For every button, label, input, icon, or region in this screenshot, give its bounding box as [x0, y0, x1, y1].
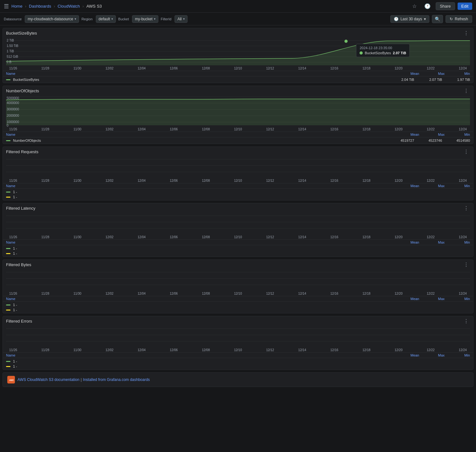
panel-menu-button[interactable]: ⋮: [462, 318, 470, 324]
panel-menu-button[interactable]: ⋮: [462, 205, 470, 211]
legend-name: 1 -: [13, 252, 470, 255]
svg-text:AWS: AWS: [9, 379, 14, 381]
legend-max: 4523746: [417, 139, 442, 142]
panel-menu-button[interactable]: ⋮: [462, 30, 470, 36]
number-objects-chart: 5000000 4000000 3000000 2000000 1000000 …: [6, 95, 470, 127]
panel-title: Filtered Bytes: [6, 262, 31, 267]
hamburger-icon[interactable]: ☰: [4, 3, 9, 10]
current-page: AWS S3: [86, 4, 102, 9]
filtered-latency-chart: [6, 213, 470, 235]
svg-text:3000000: 3000000: [7, 108, 19, 111]
legend-color-indicator: [6, 310, 10, 311]
legend-item-row-2: 1 -: [3, 364, 473, 370]
legend-item-row-1: 1 -: [3, 188, 473, 195]
edit-button[interactable]: Edit: [458, 3, 472, 10]
legend-item-row-1: 1 -: [3, 245, 473, 252]
panel-header: NumberOfObjects ⋮: [3, 86, 473, 95]
legend-name: BucketSizeBytes: [13, 78, 386, 82]
legend-mean-header: Mean: [394, 353, 419, 357]
xaxis: 11/26 11/28 11/30 12/02 12/04 12/06 12/0…: [6, 178, 470, 183]
chart-area: 11/26 11/28 11/30 12/02 12/04 12/06 12/0…: [3, 213, 473, 239]
chevron-down-icon: ▾: [154, 17, 155, 21]
svg-text:1.50 TiB: 1.50 TiB: [7, 44, 18, 48]
panel-filtered-bytes: Filtered Bytes ⋮ 11/26 11/28 11/30 12/02…: [3, 259, 473, 313]
documentation-links: AWS CloudWatch S3 documentation | Instal…: [17, 377, 150, 382]
legend-color-indicator: [6, 305, 10, 305]
chart-area: 11/26 11/28 11/30 12/02 12/04 12/06 12/0…: [3, 325, 473, 352]
legend-name: 1 -: [13, 190, 470, 194]
legend-name: 1 -: [13, 364, 470, 368]
share-button[interactable]: Share: [436, 2, 455, 10]
clock-icon: 🕐: [394, 17, 399, 21]
clock-icon: 🕐: [424, 3, 431, 9]
panel-header: BucketSizeBytes ⋮: [3, 28, 473, 37]
chart-tooltip: 2024-12-18 23:35:00 BucketSizeBytes 2.07…: [356, 44, 410, 57]
cloudwatch-link[interactable]: CloudWatch: [57, 4, 80, 9]
filtered-requests-chart: [6, 156, 470, 178]
grafana-installed-link[interactable]: Installed from Grafana.com dashboards: [83, 377, 150, 382]
aws-logo: AWS: [9, 377, 14, 382]
star-icon: ☆: [412, 3, 417, 9]
legend-color-indicator: [6, 140, 10, 141]
datasource-dropdown[interactable]: my-cloudwatch-datasource ▾: [25, 15, 79, 23]
legend-mean-header: Mean: [394, 133, 419, 136]
filtered-bytes-chart: [6, 269, 470, 291]
panel-header: Filtered Errors ⋮: [3, 316, 473, 325]
region-dropdown[interactable]: default ▾: [96, 15, 116, 23]
dashboard-toolbar: Datasource my-cloudwatch-datasource ▾ Re…: [0, 13, 476, 25]
panel-title: Filtered Latency: [6, 206, 36, 211]
chevron-down-icon: ▾: [75, 17, 76, 21]
dashboards-link[interactable]: Dashboards: [29, 4, 51, 9]
legend-item-row-2: 1 -: [3, 195, 473, 200]
legend-name-header: Name: [6, 72, 394, 75]
chevron-down-icon: ▾: [111, 17, 113, 21]
legend-max-header: Max: [419, 72, 445, 75]
aws-cloudwatch-doc-link[interactable]: AWS CloudWatch S3 documentation: [17, 377, 79, 382]
time-range-picker[interactable]: 🕐 Last 30 days ▾: [390, 15, 429, 23]
panel-menu-button[interactable]: ⋮: [462, 262, 470, 268]
legend-mean: 4519727: [389, 139, 414, 142]
filterid-dropdown[interactable]: All ▾: [175, 15, 187, 23]
panel-menu-button[interactable]: ⋮: [462, 149, 470, 155]
chevron-down-icon: ▾: [183, 17, 185, 21]
svg-text:0: 0: [7, 124, 9, 127]
tooltip-dot: [360, 51, 363, 55]
legend-min-header: Min: [445, 133, 470, 136]
home-link[interactable]: Home: [11, 4, 23, 9]
legend-item-row: BucketSizeBytes 2.04 TiB 2.07 TiB 1.97 T…: [3, 76, 473, 83]
panel-filtered-errors: Filtered Errors ⋮ 11/26 11/28 11/30 12/0…: [3, 316, 473, 370]
tooltip-time: 2024-12-18 23:35:00: [360, 46, 406, 50]
legend-min-header: Min: [445, 72, 470, 75]
xaxis: 11/26 11/28 11/30 12/02 12/04 12/06 12/0…: [6, 235, 470, 239]
panel-documentation: AWS AWS CloudWatch S3 documentation | In…: [3, 372, 473, 387]
chart-area-fill: [6, 99, 470, 125]
legend-item-row: NumberOfObjects 4519727 4523746 4514580: [3, 137, 473, 144]
bucket-dropdown[interactable]: my-bucket ▾: [132, 15, 158, 23]
refresh-button[interactable]: ↻ Refresh: [446, 15, 472, 23]
xaxis: 11/26 11/28 11/30 12/02 12/04 12/06 12/0…: [6, 291, 470, 296]
legend-mean-header: Mean: [394, 184, 419, 188]
chevron-down-icon: ▾: [424, 17, 426, 21]
legend-min: 1.97 TiB: [445, 78, 470, 82]
legend-name-header: Name: [6, 297, 394, 301]
legend-color-indicator: [6, 366, 10, 367]
svg-text:2 TiB: 2 TiB: [7, 39, 14, 42]
legend-color-indicator: [6, 361, 10, 362]
panel-number-of-objects: NumberOfObjects ⋮ 5000000 4000000 300000…: [3, 86, 473, 144]
star-button[interactable]: ☆: [410, 2, 419, 10]
datasource-label: Datasource: [4, 17, 22, 21]
panel-menu-button[interactable]: ⋮: [462, 88, 470, 94]
legend-name: NumberOfObjects: [13, 139, 386, 142]
chart-area: 11/26 11/28 11/30 12/02 12/04 12/06 12/0…: [3, 269, 473, 296]
legend-min: 4514580: [445, 139, 470, 142]
toolbar-time-controls: 🕐 Last 30 days ▾ 🔍 ↻ Refresh: [390, 15, 472, 23]
panel-title: NumberOfObjects: [6, 88, 39, 93]
zoom-out-button[interactable]: 🔍: [432, 15, 443, 23]
filterid-label: FilterId: [161, 17, 172, 21]
clock-button[interactable]: 🕐: [422, 2, 433, 10]
chart-area: 2024-12-18 23:35:00 BucketSizeBytes 2.07…: [3, 37, 473, 71]
legend-max-header: Max: [419, 133, 445, 136]
svg-text:1000000: 1000000: [7, 120, 19, 124]
svg-text:4000000: 4000000: [7, 101, 19, 105]
chart-marker: [344, 40, 347, 43]
